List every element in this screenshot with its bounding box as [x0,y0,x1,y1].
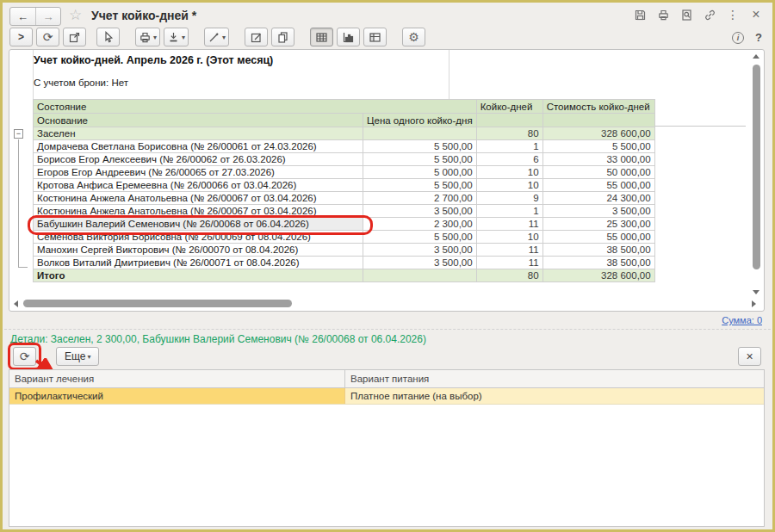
row-days[interactable]: 1 [476,205,542,218]
vertical-scroll-thumb[interactable] [753,65,760,269]
row-name[interactable]: Волков Виталий Дмитриевич (№ 26/00071 от… [34,257,363,269]
settings-button[interactable]: ⚙ [402,28,425,46]
row-name[interactable]: Костюнина Анжела Анатольевна (№ 26/00067… [34,205,363,218]
scroll-up-arrow[interactable] [753,54,760,59]
vertical-scrollbar[interactable] [751,53,762,296]
close-details-button[interactable]: × [738,347,761,366]
save-button[interactable] [632,7,648,22]
close-window-button[interactable]: × [748,7,764,22]
row-cost[interactable]: 38 500,00 [542,257,654,269]
row-price[interactable]: 2 700,00 [363,192,477,205]
group-cost[interactable]: 328 600,00 [542,127,654,140]
group-label[interactable]: Заселен [34,127,363,140]
table-row-highlighted[interactable]: Бабушкин Валерий Семенович (№ 26/00068 о… [34,218,655,231]
print-dropdown-button[interactable]: ▾ [135,28,160,46]
scroll-down-arrow[interactable] [753,290,760,294]
row-days[interactable]: 1 [476,140,542,153]
copy-button[interactable] [271,28,294,46]
table-row[interactable]: Костюнина Анжела Анатольевна (№ 26/00067… [34,205,655,218]
help-row: i ? [732,31,762,44]
row-days[interactable]: 6 [476,153,542,166]
row-price[interactable]: 3 500,00 [363,205,477,218]
row-cost[interactable]: 24 300,00 [542,192,654,205]
refresh-details-button[interactable]: ⟳ [13,347,36,366]
row-cost[interactable]: 3 500,00 [542,205,654,218]
row-price[interactable]: 3 500,00 [363,257,477,269]
table-row[interactable]: Волков Виталий Дмитриевич (№ 26/00071 от… [34,257,655,269]
row-days[interactable]: 11 [476,257,542,269]
row-days[interactable]: 10 [476,179,542,192]
details-cell-treatment[interactable]: Профилактический [9,388,345,404]
row-name[interactable]: Домрачева Светлана Борисовна (№ 26/00061… [34,140,363,153]
forward-button[interactable]: → [35,8,60,25]
table-row[interactable]: Кротова Анфиса Еремеевна (№ 26/00066 от … [34,179,655,192]
table-row[interactable]: Домрачева Светлана Борисовна (№ 26/00061… [34,140,655,153]
row-name[interactable]: Кротова Анфиса Еремеевна (№ 26/00066 от … [34,179,363,192]
row-cost[interactable]: 38 500,00 [542,244,654,257]
row-cost[interactable]: 25 300,00 [542,218,654,231]
select-mode-button[interactable] [96,28,120,46]
details-cell-meals[interactable]: Платное питание (на выбор) [345,388,764,404]
group-days[interactable]: 80 [476,127,542,140]
row-name-selected[interactable]: Бабушкин Валерий Семенович (№ 26/00068 о… [34,218,363,231]
scroll-left-arrow[interactable] [14,300,18,307]
empty-header-cell [542,114,654,127]
row-price[interactable]: 5 500,00 [363,140,477,153]
refresh-report-button[interactable]: ⟳ [36,28,59,46]
total-row[interactable]: Итого 80 328 600,00 [34,269,655,282]
row-cost[interactable]: 5 500,00 [542,140,654,153]
group-price-cell[interactable] [363,127,477,140]
row-name[interactable]: Костюнина Анжела Анатольевна (№ 26/00067… [34,192,363,205]
sum-link[interactable]: Сумма: 0 [722,315,762,325]
row-days[interactable]: 11 [476,218,542,231]
details-col-meals[interactable]: Вариант питания [345,370,764,387]
table-row[interactable]: Манохин Сергей Викторович (№ 26/00070 от… [34,244,655,257]
collapse-group-toggle[interactable]: − [14,129,23,139]
row-days[interactable]: 10 [476,166,542,179]
details-selected-row[interactable]: Профилактический Платное питание (на выб… [9,388,764,405]
save-as-dropdown-button[interactable]: ▾ [164,28,189,46]
row-name[interactable]: Борисов Егор Алексеевич (№ 26/00062 от 2… [34,153,363,166]
table-row[interactable]: Егоров Егор Андреевич (№ 26/00065 от 27.… [34,166,655,179]
table-row[interactable]: Семёнова Виктория Борисовна (№ 26/00069 … [34,231,655,244]
row-cost[interactable]: 33 000,00 [542,153,654,166]
help-icon[interactable]: ? [755,31,762,44]
get-link-button[interactable] [702,7,717,22]
more-button[interactable]: Еще ▾ [56,347,99,366]
row-price[interactable]: 5 500,00 [363,153,477,166]
table-row[interactable]: Костюнина Анжела Анатольевна (№ 26/00067… [34,192,655,205]
scroll-right-arrow[interactable] [752,300,756,307]
row-price[interactable]: 2 300,00 [363,218,477,231]
row-price[interactable]: 5 500,00 [363,231,477,244]
expand-button[interactable] [63,28,86,46]
menu-button[interactable]: ⋮ [725,7,741,22]
info-icon[interactable]: i [732,32,744,44]
edit-button[interactable] [245,28,268,46]
row-days[interactable]: 11 [476,244,542,257]
print-button[interactable] [655,7,671,22]
horizontal-scrollbar[interactable] [12,298,758,309]
group-row[interactable]: Заселен 80 328 600,00 [34,127,655,140]
row-cost[interactable]: 55 000,00 [542,179,654,192]
horizontal-scroll-thumb[interactable] [23,300,292,307]
view-pivot-button[interactable] [363,28,387,46]
view-chart-button[interactable] [337,28,360,46]
preview-button[interactable] [679,7,694,22]
row-price[interactable]: 3 500,00 [363,244,477,257]
row-price[interactable]: 5 500,00 [363,179,477,192]
back-button[interactable]: ← [10,8,35,25]
table-row[interactable]: Борисов Егор Алексеевич (№ 26/00062 от 2… [34,153,655,166]
row-price[interactable]: 5 000,00 [363,166,477,179]
row-name[interactable]: Семёнова Виктория Борисовна (№ 26/00069 … [34,231,363,244]
row-cost[interactable]: 50 000,00 [542,166,654,179]
row-name[interactable]: Манохин Сергей Викторович (№ 26/00070 от… [34,244,363,257]
row-name[interactable]: Егоров Егор Андреевич (№ 26/00065 от 27.… [34,166,363,179]
details-col-treatment[interactable]: Вариант лечения [9,370,345,387]
appearance-dropdown-button[interactable]: ▾ [204,28,229,46]
favorite-star-icon[interactable]: ☆ [69,7,82,24]
row-days[interactable]: 10 [476,231,542,244]
row-cost[interactable]: 55 000,00 [542,231,654,244]
row-days[interactable]: 9 [476,192,542,205]
view-grid-button[interactable] [310,28,333,46]
run-report-button[interactable]: > [9,28,33,46]
